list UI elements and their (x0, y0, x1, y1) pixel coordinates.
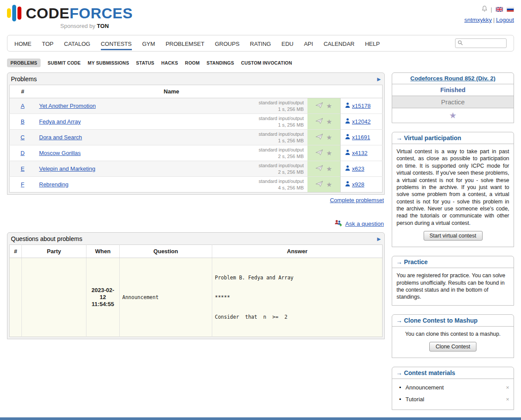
codeforces-logo[interactable]: CODEFORCES Sponsored by TON (7, 4, 133, 29)
material-tutorial-link[interactable]: Tutorial (406, 396, 505, 403)
solver-person-icon (345, 102, 350, 110)
solver-person-icon (345, 181, 350, 188)
favorite-star-icon[interactable]: ★ (326, 118, 332, 125)
problem-index-link[interactable]: D (21, 150, 24, 156)
clone-mashup-text: You can clone this contest to a mashup. (405, 331, 501, 337)
io-line: standard input/output (259, 162, 304, 169)
nav-contests[interactable]: CONTESTS (101, 37, 132, 50)
problem-name-link[interactable]: Dora and Search (39, 134, 82, 141)
problem-name-link[interactable]: Yet Another Promotion (39, 103, 96, 109)
question-when-cell: 2023-02-12 11:54:55 (86, 258, 120, 337)
expand-arrow-icon[interactable]: ▶ (377, 77, 381, 82)
problem-index-link[interactable]: B (21, 118, 24, 125)
io-line: standard input/output (259, 115, 304, 122)
subnav-my-submissions[interactable]: MY SUBMISSIONS (88, 60, 129, 65)
nav-groups[interactable]: GROUPS (215, 37, 239, 50)
footer-bar (0, 417, 521, 420)
subnav-submit-code[interactable]: SUBMIT CODE (48, 60, 81, 65)
problems-caption: Problems (11, 76, 37, 83)
nav-help[interactable]: HELP (365, 37, 380, 50)
clone-contest-button[interactable]: Clone Contest (429, 342, 476, 351)
logout-link[interactable]: Logout (496, 17, 514, 23)
col-header-when: When (86, 245, 120, 258)
solved-count-link[interactable]: x11691 (352, 134, 370, 141)
russian-flag-icon[interactable] (507, 7, 514, 12)
limits-line: 1 s, 256 MB (259, 106, 304, 113)
complete-problemset-link[interactable]: Complete problemset (330, 197, 384, 203)
subnav-hacks[interactable]: HACKS (161, 60, 178, 65)
nav-edu[interactable]: EDU (281, 37, 293, 50)
bell-icon[interactable] (482, 5, 487, 14)
paper-plane-icon[interactable] (315, 118, 323, 125)
problem-io-limits: standard input/output1 s, 256 MB (259, 100, 304, 113)
solved-count-link[interactable]: x15178 (352, 103, 371, 109)
problem-io-limits: standard input/output4 s, 256 MB (259, 178, 304, 191)
solved-count-link[interactable]: x623 (352, 165, 364, 172)
question-num-cell (10, 258, 22, 337)
problems-datatable: Problems ▶ # Name A (7, 72, 385, 195)
col-header-num: # (10, 245, 22, 258)
start-virtual-contest-button[interactable]: Start virtual contest (424, 231, 483, 241)
paper-plane-icon[interactable] (315, 181, 323, 188)
limits-line: 2 s, 256 MB (259, 153, 304, 160)
subnav-standings[interactable]: STANDINGS (207, 60, 234, 65)
table-row: D Moscow Gorillas standard input/output2… (10, 145, 383, 161)
nav-home[interactable]: HOME (14, 37, 31, 50)
question-row: 2023-02-12 11:54:55 Announcement Problem… (10, 258, 383, 337)
problem-name-link[interactable]: Velepin and Marketing (39, 165, 96, 172)
col-header-actions (307, 85, 341, 98)
nav-top[interactable]: TOP (42, 37, 54, 50)
solved-count-link[interactable]: x4132 (352, 150, 367, 156)
main-nav: HOME TOP CATALOG CONTESTS GYM PROBLEMSET… (7, 35, 514, 52)
nav-calendar[interactable]: CALENDAR (324, 37, 355, 50)
problem-name-link[interactable]: Moscow Gorillas (39, 150, 81, 156)
table-row: A Yet Another Promotion standard input/o… (10, 98, 383, 114)
nav-api[interactable]: API (304, 37, 313, 50)
problem-name-link[interactable]: Rebrending (39, 181, 69, 188)
contest-materials-title: → Contest materials (392, 367, 514, 379)
problem-index-link[interactable]: A (21, 103, 24, 109)
favorite-star-icon[interactable]: ★ (326, 134, 332, 141)
close-icon[interactable]: × (505, 384, 510, 391)
contest-title-link[interactable]: Codeforces Round 852 (Div. 2) (411, 75, 496, 82)
solved-count-link[interactable]: x12042 (352, 118, 371, 125)
nav-gym[interactable]: GYM (142, 37, 155, 50)
favorite-star-icon[interactable]: ★ (326, 103, 332, 109)
problem-index-link[interactable]: E (21, 165, 24, 172)
solver-person-icon (345, 149, 350, 157)
sponsored-brand: TON (97, 23, 109, 29)
material-announcement-link[interactable]: Announcement (406, 384, 505, 391)
search-input[interactable] (465, 40, 504, 46)
close-icon[interactable]: × (505, 396, 510, 403)
ask-question-link[interactable]: Ask a question (345, 220, 384, 227)
paper-plane-icon[interactable] (315, 102, 323, 110)
favorite-star-icon[interactable]: ★ (326, 165, 332, 172)
paper-plane-icon[interactable] (315, 165, 323, 172)
paper-plane-icon[interactable] (315, 134, 323, 141)
favorite-star-icon[interactable]: ★ (326, 181, 332, 188)
expand-arrow-icon[interactable]: ▶ (377, 237, 381, 241)
nav-problemset[interactable]: PROBLEMSET (166, 37, 204, 50)
io-line: standard input/output (259, 178, 304, 185)
subnav-problems[interactable]: PROBLEMS (7, 59, 41, 67)
nav-catalog[interactable]: CATALOG (64, 37, 90, 50)
problem-index-link[interactable]: C (21, 134, 24, 141)
solved-count-link[interactable]: x928 (352, 181, 364, 188)
contest-info-box: Codeforces Round 852 (Div. 2) Finished P… (392, 72, 514, 123)
questions-datatable: Questions about problems ▶ # Party When … (7, 232, 385, 339)
limits-line: 1 s, 256 MB (259, 122, 304, 128)
problem-name-link[interactable]: Fedya and Array (39, 118, 81, 125)
english-flag-icon[interactable] (496, 7, 503, 12)
subnav-room[interactable]: ROOM (185, 60, 200, 65)
username-link[interactable]: sntmxykky (464, 17, 492, 23)
problem-index-link[interactable]: F (21, 181, 24, 188)
bullet-icon: • (399, 384, 401, 391)
limits-line: 4 s, 256 MB (259, 185, 304, 191)
nav-rating[interactable]: RATING (250, 37, 271, 50)
favorite-star-icon[interactable]: ★ (326, 150, 332, 156)
subnav-status[interactable]: STATUS (136, 60, 155, 65)
subnav-custom-invocation[interactable]: CUSTOM INVOCATION (241, 60, 292, 65)
favorite-contest-star-icon[interactable]: ★ (449, 111, 456, 120)
list-item: • Announcement × (399, 382, 510, 393)
paper-plane-icon[interactable] (315, 149, 323, 157)
